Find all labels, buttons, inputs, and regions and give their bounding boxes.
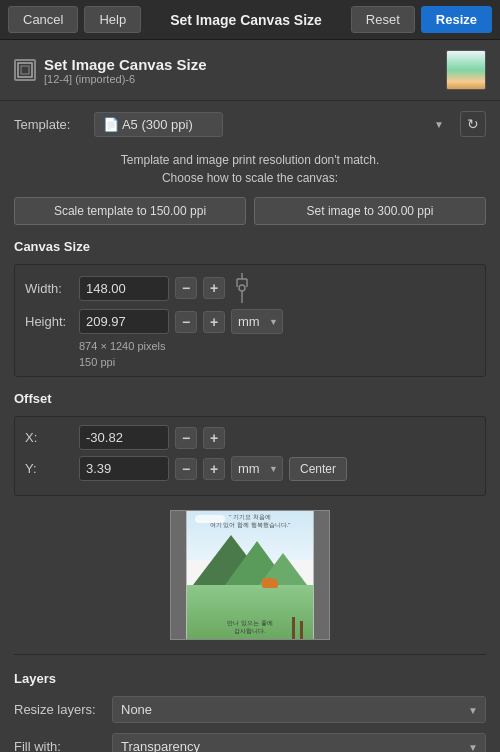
preview-text-top: " 기기요 처음에여기 있어 함께 행복했습니다." [187,514,313,530]
preview-image: " 기기요 처음에여기 있어 함께 행복했습니다." 만나 있으는 좋에감사합니… [186,510,314,640]
svg-rect-1 [21,66,29,74]
height-input[interactable] [79,309,169,334]
header-left: Set Image Canvas Size [12-4] (imported)-… [14,56,207,85]
template-row: Template: 📄 A5 (300 ppi) ↻ [14,101,486,145]
width-label: Width: [25,281,73,296]
width-decrease-button[interactable]: − [175,277,197,299]
warning-line1: Template and image print resolution don'… [14,151,486,169]
resize-layers-select[interactable]: None All Layers Selected Layers [112,696,486,723]
preview-container: " 기기요 처음에여기 있어 함께 행복했습니다." 만나 있으는 좋에감사합니… [170,510,330,640]
width-input[interactable] [79,276,169,301]
reset-button[interactable]: Reset [351,6,415,33]
offset-y-decrease-button[interactable]: − [175,458,197,480]
center-button[interactable]: Center [289,457,347,481]
offset-section: X: − + Y: − + mm cm px in Center [14,416,486,496]
template-select-wrapper: 📄 A5 (300 ppi) [94,112,452,137]
canvas-size-section: Width: − + Height: − + [14,264,486,377]
content-area: Template: 📄 A5 (300 ppi) ↻ Template and … [0,101,500,752]
offset-x-row: X: − + [25,425,475,450]
width-increase-button[interactable]: + [203,277,225,299]
template-select[interactable]: 📄 A5 (300 ppi) [94,112,223,137]
resize-layers-select-wrapper: None All Layers Selected Layers [112,696,486,723]
height-label: Height: [25,314,73,329]
canvas-icon [14,59,36,81]
offset-y-increase-button[interactable]: + [203,458,225,480]
fill-with-select-wrapper: Transparency Background Color Foreground… [112,733,486,752]
height-row: Height: − + mm cm px in [25,309,475,334]
svg-rect-0 [18,63,32,77]
fill-with-row: Fill with: Transparency Background Color… [14,733,486,752]
scale-template-button[interactable]: Scale template to 150.00 ppi [14,197,246,225]
height-increase-button[interactable]: + [203,311,225,333]
dialog-title: Set Image Canvas Size [44,56,207,73]
template-label: Template: [14,117,86,132]
resize-layers-label: Resize layers: [14,702,104,717]
image-thumbnail [446,50,486,90]
offset-unit-select[interactable]: mm cm px in [231,456,283,481]
layers-heading: Layers [14,671,486,686]
link-proportional-icon[interactable] [233,273,251,303]
offset-x-increase-button[interactable]: + [203,427,225,449]
dialog-header: Set Image Canvas Size [12-4] (imported)-… [0,40,500,101]
dialog-subtitle: [12-4] (imported)-6 [44,73,207,85]
set-image-button[interactable]: Set image to 300.00 ppi [254,197,486,225]
warning-box: Template and image print resolution don'… [14,145,486,197]
offset-x-label: X: [25,430,73,445]
warning-line2: Choose how to scale the canvas: [14,169,486,187]
toolbar-title: Set Image Canvas Size [147,12,345,28]
offset-x-decrease-button[interactable]: − [175,427,197,449]
canvas-unit-select[interactable]: mm cm px in [231,309,283,334]
cancel-button[interactable]: Cancel [8,6,78,33]
toolbar: Cancel Help Set Image Canvas Size Reset … [0,0,500,40]
canvas-unit-select-wrapper: mm cm px in [231,309,283,334]
height-decrease-button[interactable]: − [175,311,197,333]
canvas-pixels-info: 874 × 1240 pixels [25,340,475,352]
width-row: Width: − + [25,273,475,303]
offset-unit-select-wrapper: mm cm px in [231,456,283,481]
offset-y-input[interactable] [79,456,169,481]
offset-y-label: Y: [25,461,73,476]
svg-point-6 [239,285,245,291]
resize-layers-row: Resize layers: None All Layers Selected … [14,696,486,723]
resize-button[interactable]: Resize [421,6,492,33]
layers-section: Layers Resize layers: None All Layers Se… [14,654,486,752]
fill-with-select[interactable]: Transparency Background Color Foreground… [112,733,486,752]
canvas-size-heading: Canvas Size [14,239,486,254]
help-button[interactable]: Help [84,6,141,33]
offset-heading: Offset [14,391,486,406]
refresh-button[interactable]: ↻ [460,111,486,137]
offset-x-input[interactable] [79,425,169,450]
canvas-ppi-info: 150 ppi [25,356,475,368]
header-title-block: Set Image Canvas Size [12-4] (imported)-… [44,56,207,85]
scale-buttons: Scale template to 150.00 ppi Set image t… [14,197,486,225]
fill-with-label: Fill with: [14,739,104,752]
canvas-preview: " 기기요 처음에여기 있어 함께 행복했습니다." 만나 있으는 좋에감사합니… [14,510,486,640]
offset-y-row: Y: − + mm cm px in Center [25,456,475,481]
